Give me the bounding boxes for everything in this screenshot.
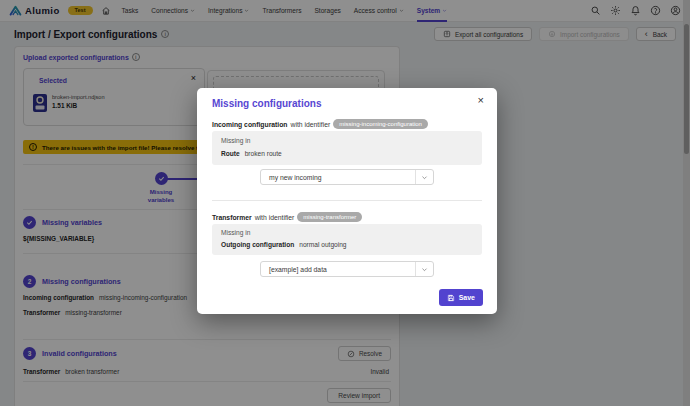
save-icon [447, 294, 455, 302]
identifier-line: Incoming configuration with identifier m… [212, 119, 428, 129]
app-screen: Alumio Test Tasks Connections Integratio… [0, 0, 690, 406]
missing-in-box: Missing in Outgoing configurationnormal … [212, 224, 482, 255]
divider [212, 200, 482, 201]
chevron-down-icon [415, 170, 433, 184]
save-button[interactable]: Save [439, 289, 483, 306]
identifier-badge: missing-incoming-configuration [333, 119, 428, 129]
missing-in-label: Missing in [221, 137, 473, 144]
chevron-down-icon [415, 262, 433, 276]
identifier-badge: missing-transformer [297, 212, 362, 222]
modal-close-button[interactable] [478, 95, 484, 106]
missing-in-field: Routebroken route [221, 150, 473, 157]
select-value: my new incoming [261, 170, 415, 184]
replacement-select-transformer[interactable]: [example] add data [260, 261, 434, 277]
select-value: [example] add data [261, 262, 415, 276]
replacement-select-incoming[interactable]: my new incoming [260, 169, 434, 185]
modal-title: Missing configurations [212, 98, 321, 109]
identifier-line: Transformer with identifier missing-tran… [212, 212, 362, 222]
missing-in-label: Missing in [221, 229, 473, 236]
missing-configurations-modal: Missing configurations Incoming configur… [197, 88, 497, 314]
missing-in-field: Outgoing configurationnormal outgoing [221, 241, 473, 248]
missing-in-box: Missing in Routebroken route [212, 131, 482, 165]
